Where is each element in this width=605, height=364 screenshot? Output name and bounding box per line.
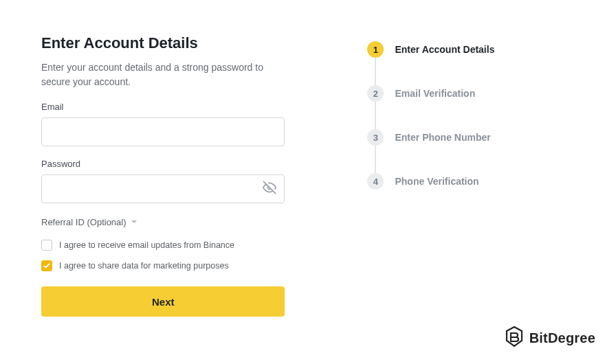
checkbox-row-marketing: I agree to share data for marketing purp…: [41, 260, 285, 271]
steps-section: 1 Enter Account Details 2 Email Verifica…: [367, 34, 564, 317]
watermark-brand: BitDegree: [529, 330, 595, 346]
chevron-down-icon: [131, 217, 138, 227]
step-number: 3: [367, 129, 384, 146]
step-connector: [375, 102, 376, 129]
step-1: 1 Enter Account Details: [367, 41, 564, 58]
step-label: Enter Phone Number: [395, 132, 490, 143]
password-field-group: Password: [41, 159, 285, 203]
email-input[interactable]: [41, 117, 285, 146]
bitdegree-logo-icon: [505, 326, 524, 350]
eye-off-icon[interactable]: [263, 181, 276, 197]
watermark: BitDegree: [505, 326, 595, 350]
step-3: 3 Enter Phone Number: [367, 129, 564, 146]
step-label: Enter Account Details: [395, 44, 494, 55]
step-connector: [375, 146, 376, 173]
step-2: 2 Email Verification: [367, 85, 564, 102]
checkbox-updates[interactable]: [41, 240, 52, 251]
step-label: Email Verification: [395, 88, 475, 99]
step-label: Phone Verification: [395, 176, 478, 187]
step-number: 4: [367, 173, 384, 190]
password-input[interactable]: [41, 174, 285, 203]
referral-toggle[interactable]: Referral ID (Optional): [41, 217, 138, 227]
checkbox-marketing[interactable]: [41, 260, 52, 271]
email-label: Email: [41, 102, 285, 112]
password-label: Password: [41, 159, 285, 169]
next-button[interactable]: Next: [41, 286, 285, 317]
checkbox-row-updates: I agree to receive email updates from Bi…: [41, 240, 285, 251]
form-section: Enter Account Details Enter your account…: [41, 34, 285, 317]
page-subtitle: Enter your account details and a strong …: [41, 60, 285, 89]
referral-label: Referral ID (Optional): [41, 217, 126, 227]
step-number: 2: [367, 85, 384, 102]
page-title: Enter Account Details: [41, 34, 285, 52]
step-number: 1: [367, 41, 384, 58]
email-field-group: Email: [41, 102, 285, 146]
checkbox-marketing-label: I agree to share data for marketing purp…: [59, 261, 229, 271]
step-connector: [375, 58, 376, 85]
step-4: 4 Phone Verification: [367, 173, 564, 190]
checkbox-updates-label: I agree to receive email updates from Bi…: [59, 240, 234, 250]
